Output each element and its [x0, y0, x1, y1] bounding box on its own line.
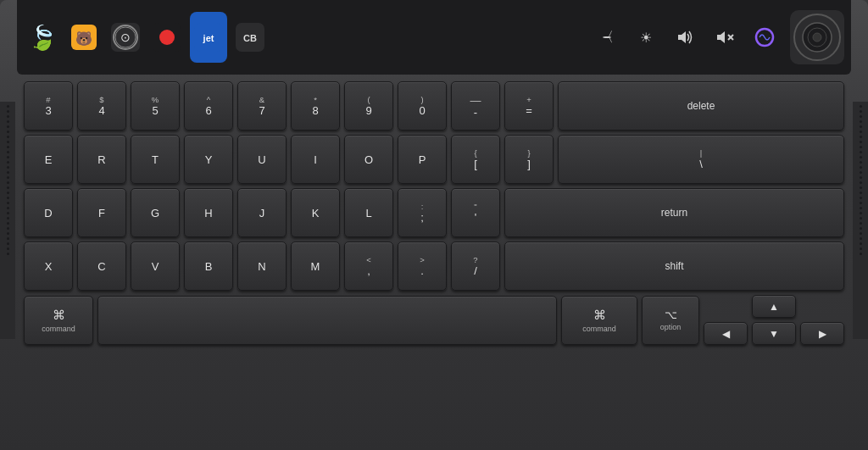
key-arrow-up[interactable]: ▲ — [752, 295, 796, 318]
home-row: D F G H J K L : ; " ' return — [24, 188, 844, 237]
key-i[interactable]: I — [291, 135, 340, 184]
touch-bar-apps: 🍃 🐻 ⊙ — [24, 12, 583, 63]
svg-text:CB: CB — [243, 33, 257, 43]
tb-app-jetbrains[interactable]: jet — [190, 12, 227, 63]
key-f[interactable]: F — [77, 188, 126, 237]
key-command-left[interactable]: ⌘ command — [24, 296, 93, 345]
key-c[interactable]: C — [77, 242, 126, 291]
key-delete[interactable]: delete — [558, 81, 844, 131]
touch-id-ring — [793, 14, 841, 61]
key-arrow-down[interactable]: ▼ — [752, 322, 796, 345]
key-o[interactable]: O — [344, 135, 393, 184]
key-u[interactable]: U — [237, 135, 287, 184]
tb-brightness-up-btn[interactable]: ☀ — [627, 12, 665, 63]
bottom-row: X C V B N M < , > . ? / shift — [24, 242, 844, 291]
key-return[interactable]: return — [504, 188, 844, 237]
key-j[interactable]: J — [237, 188, 287, 237]
number-row: # 3 $ 4 % 5 ^ 6 & 7 * 8 — [24, 81, 844, 131]
tb-app-screenium[interactable] — [148, 12, 186, 63]
key-space[interactable] — [97, 296, 557, 345]
key-5[interactable]: % 5 — [131, 81, 180, 131]
key-equals[interactable]: + = — [504, 81, 554, 131]
key-m[interactable]: M — [291, 242, 340, 291]
arrow-key-cluster: ▲ ◀ ▼ ▶ — [704, 295, 844, 345]
tb-brightness-down-btn[interactable]: 〈 — [588, 12, 626, 63]
svg-point-7 — [159, 30, 175, 45]
touch-bar: 🍃 🐻 ⊙ — [17, 0, 851, 75]
key-9[interactable]: ( 9 — [344, 81, 393, 131]
macbook-body: 🍃 🐻 ⊙ — [0, 0, 868, 450]
speaker-right — [853, 102, 868, 339]
key-6[interactable]: ^ 6 — [184, 81, 233, 131]
svg-marker-13 — [678, 31, 686, 43]
key-4[interactable]: $ 4 — [77, 81, 126, 131]
speaker-left — [0, 102, 15, 339]
key-g[interactable]: G — [131, 188, 180, 237]
key-option[interactable]: ⌥ option — [642, 296, 699, 345]
key-8[interactable]: * 8 — [291, 81, 340, 131]
svg-text:〈: 〈 — [600, 30, 614, 44]
tb-app-finder[interactable]: 🍃 — [24, 12, 61, 63]
key-backslash[interactable]: | \ — [558, 135, 844, 184]
key-command-right[interactable]: ⌘ command — [561, 296, 637, 345]
key-h[interactable]: H — [184, 188, 233, 237]
space-row: ⌘ command ⌘ command ⌥ option ▲ ◀ ▼ ▶ — [24, 295, 844, 345]
key-k[interactable]: K — [291, 188, 340, 237]
key-x[interactable]: X — [24, 242, 73, 291]
key-e[interactable]: E — [24, 135, 73, 184]
key-b[interactable]: B — [184, 242, 233, 291]
touch-id-button[interactable] — [790, 10, 844, 64]
tb-volume-btn[interactable] — [666, 12, 704, 63]
svg-marker-14 — [717, 31, 725, 43]
touch-bar-controls: 〈 ☀ — [588, 10, 844, 64]
tb-app-codecombat[interactable]: CB — [231, 12, 269, 63]
key-v[interactable]: V — [131, 242, 180, 291]
key-0[interactable]: ) 0 — [398, 81, 447, 131]
keyboard: # 3 $ 4 % 5 ^ 6 & 7 * 8 — [24, 81, 844, 433]
key-3[interactable]: # 3 — [24, 81, 73, 131]
tb-app-bear[interactable]: 🐻 — [65, 12, 103, 63]
key-arrow-left[interactable]: ◀ — [704, 322, 748, 345]
key-p[interactable]: P — [398, 135, 447, 184]
key-comma[interactable]: < , — [344, 242, 393, 291]
key-period[interactable]: > . — [398, 242, 447, 291]
svg-text:⊙: ⊙ — [120, 31, 131, 44]
key-shift[interactable]: shift — [504, 242, 844, 291]
key-arrow-right[interactable]: ▶ — [800, 322, 844, 345]
tb-mute-btn[interactable] — [705, 12, 743, 63]
tb-siri-btn[interactable] — [744, 12, 785, 63]
svg-text:jet: jet — [203, 33, 214, 43]
key-minus[interactable]: — - — [451, 81, 500, 131]
key-n[interactable]: N — [237, 242, 287, 291]
key-bracket-right[interactable]: } ] — [504, 135, 554, 184]
key-y[interactable]: Y — [184, 135, 233, 184]
key-quote[interactable]: " ' — [451, 188, 500, 237]
svg-text:🐻: 🐻 — [75, 31, 92, 47]
key-d[interactable]: D — [24, 188, 73, 237]
tb-app-2fa[interactable]: ⊙ — [107, 12, 144, 63]
key-slash[interactable]: ? / — [451, 242, 500, 291]
key-r[interactable]: R — [77, 135, 126, 184]
key-7[interactable]: & 7 — [237, 81, 287, 131]
top-alpha-row: E R T Y U I O P { [ } ] | \ — [24, 135, 844, 184]
key-t[interactable]: T — [131, 135, 180, 184]
key-bracket-left[interactable]: { [ — [451, 135, 500, 184]
key-semicolon[interactable]: : ; — [398, 188, 447, 237]
key-l[interactable]: L — [344, 188, 393, 237]
